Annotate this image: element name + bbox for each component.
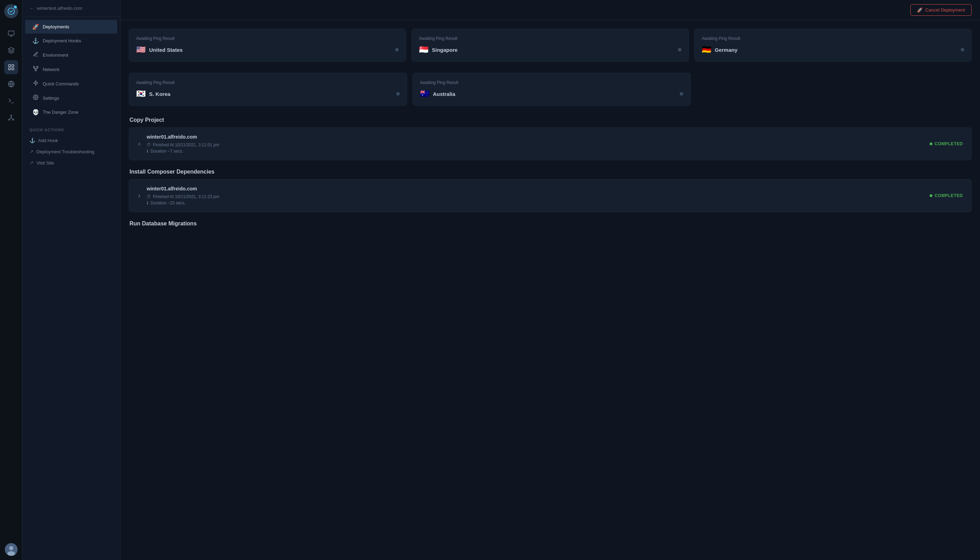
- quick-actions-label: QUICK ACTIONS: [22, 122, 120, 135]
- sidebar-item-label: The Danger Zone: [43, 110, 78, 115]
- sidebar-item-deployment-hooks[interactable]: ⚓ Deployment Hooks: [25, 34, 117, 48]
- visit-site-icon: ↗: [29, 160, 33, 165]
- sidebar-item-label: Quick Commands: [43, 81, 79, 87]
- duration-icon2: ℹ: [147, 200, 148, 205]
- ping-status-kr: [396, 92, 400, 95]
- country-name-us: 🇺🇸 United States: [136, 45, 183, 54]
- install-composer-card: ∧ winter01.alfreido.com ⏱ Finished At 10…: [129, 179, 972, 212]
- finished-text2: Finished At 10/11/2021, 3:11:23 pm: [153, 194, 219, 199]
- logo[interactable]: [4, 4, 18, 18]
- install-composer-meta: ⏱ Finished At 10/11/2021, 3:11:23 pm ℹ D…: [147, 194, 930, 205]
- cancel-label: Cancel Deployment: [925, 7, 965, 13]
- install-composer-details: winter01.alfreido.com ⏱ Finished At 10/1…: [147, 186, 930, 205]
- install-composer-finished: ⏱ Finished At 10/11/2021, 3:11:23 pm: [147, 194, 930, 199]
- ping-label-au: Awaiting Ping Result: [420, 80, 683, 85]
- install-composer-chevron[interactable]: ∧: [138, 193, 141, 198]
- site-header: ← wintertest.alfreido.com: [22, 0, 120, 17]
- sidebar-item-quick-commands[interactable]: Quick Commands: [25, 77, 117, 91]
- network-icon: [32, 66, 39, 73]
- sidebar-icon-monitor[interactable]: [4, 27, 18, 41]
- sidebar-item-settings[interactable]: Settings: [25, 91, 117, 105]
- sidebar-item-environment[interactable]: Environment: [25, 48, 117, 62]
- svg-rect-15: [37, 66, 38, 68]
- ping-status-us: [395, 48, 398, 52]
- svg-point-18: [35, 97, 37, 98]
- sidebar-icon-grid[interactable]: [4, 60, 18, 74]
- finished-icon2: ⏱: [147, 194, 151, 199]
- ping-label-us: Awaiting Ping Result: [136, 36, 398, 41]
- copy-project-row: ∧ winter01.alfreido.com ⏱ Finished At 10…: [129, 128, 971, 160]
- sidebar-item-label: Environment: [43, 52, 68, 58]
- country-text-us: United States: [149, 47, 183, 53]
- svg-point-9: [8, 119, 10, 120]
- sidebar-item-deployments[interactable]: 🚀 Deployments: [25, 20, 117, 33]
- sidebar-item-danger-zone[interactable]: 💀 The Danger Zone: [25, 105, 117, 119]
- quick-action-add-hook[interactable]: ⚓ Add Hook: [22, 135, 120, 146]
- ping-card-us: Awaiting Ping Result 🇺🇸 United States: [129, 29, 406, 62]
- ping-card-au: Awaiting Ping Result 🇦🇺 Australia: [413, 73, 691, 106]
- copy-project-chevron[interactable]: ∧: [138, 141, 141, 147]
- sidebar-icon-globe[interactable]: [4, 77, 18, 91]
- environment-icon: [32, 52, 39, 58]
- country-name-au: 🇦🇺 Australia: [420, 89, 455, 98]
- install-composer-title: Install Composer Dependencies: [129, 169, 972, 175]
- ping-label-sg: Awaiting Ping Result: [419, 36, 682, 41]
- copy-project-status: COMPLETED: [930, 142, 963, 146]
- country-text-au: Australia: [433, 91, 455, 97]
- copy-project-title: Copy Project: [129, 117, 972, 123]
- sidebar-icon-network[interactable]: [4, 111, 18, 125]
- ping-grid-top: Awaiting Ping Result 🇺🇸 United States Aw…: [129, 29, 972, 62]
- sidebar-icon-layers[interactable]: [4, 43, 18, 57]
- sidebar-item-label: Settings: [43, 95, 59, 101]
- install-composer-row: ∧ winter01.alfreido.com ⏱ Finished At 10…: [129, 180, 971, 212]
- settings-icon: [32, 95, 39, 102]
- user-avatar[interactable]: [5, 543, 18, 556]
- flag-us: 🇺🇸: [136, 45, 146, 54]
- svg-rect-1: [8, 31, 14, 35]
- deployments-icon: 🚀: [32, 23, 39, 30]
- quick-action-troubleshooting[interactable]: ↗ Deployment Troubleshooting: [22, 146, 120, 157]
- ping-status-sg: [678, 48, 682, 52]
- country-name-de: 🇩🇪 Germany: [702, 45, 737, 54]
- copy-project-finished: ⏱ Finished At 10/11/2021, 3:11:01 pm: [147, 142, 930, 147]
- run-db-title: Run Database Migrations: [129, 220, 972, 227]
- svg-rect-3: [12, 65, 13, 67]
- install-composer-status-label: COMPLETED: [935, 193, 963, 198]
- copy-project-details: winter01.alfreido.com ⏱ Finished At 10/1…: [147, 134, 930, 153]
- country-name-sg: 🇸🇬 Singapore: [419, 45, 457, 54]
- scroll-area: Awaiting Ping Result 🇺🇸 United States Aw…: [120, 20, 980, 560]
- svg-rect-5: [12, 68, 13, 70]
- duration-text2: Duration ~23 secs.: [150, 200, 185, 205]
- sidebar-icon-terminal[interactable]: [4, 94, 18, 108]
- copy-project-meta: ⏱ Finished At 10/11/2021, 3:11:01 pm ℹ D…: [147, 142, 930, 153]
- troubleshooting-icon: ↗: [29, 149, 33, 154]
- quick-action-label: Visit Site: [37, 160, 54, 165]
- nav-section: 🚀 Deployments ⚓ Deployment Hooks Environ…: [22, 17, 120, 122]
- install-composer-status-dot: [930, 194, 932, 197]
- ping-card-de: Awaiting Ping Result 🇩🇪 Germany: [694, 29, 972, 62]
- ping-country-sg: 🇸🇬 Singapore: [419, 45, 682, 54]
- quick-action-visit-site[interactable]: ↗ Visit Site: [22, 157, 120, 168]
- country-name-kr: 🇰🇷 S. Korea: [136, 89, 170, 98]
- icon-sidebar: [0, 0, 22, 560]
- add-hook-icon: ⚓: [29, 138, 35, 143]
- copy-project-status-dot: [930, 142, 932, 145]
- cancel-deployment-button[interactable]: 🚀 Cancel Deployment: [910, 4, 972, 16]
- ping-status-au: [680, 92, 683, 95]
- quick-action-label: Deployment Troubleshooting: [37, 149, 95, 154]
- duration-icon: ℹ: [147, 149, 148, 153]
- left-sidebar: ← wintertest.alfreido.com 🚀 Deployments …: [22, 0, 120, 560]
- duration-text: Duration ~7 secs.: [150, 149, 183, 153]
- finished-icon: ⏱: [147, 142, 151, 147]
- svg-point-0: [8, 8, 14, 14]
- flag-sg: 🇸🇬: [419, 45, 428, 54]
- flag-kr: 🇰🇷: [136, 89, 146, 98]
- sidebar-item-network[interactable]: Network: [25, 62, 117, 76]
- copy-project-status-label: COMPLETED: [935, 142, 963, 146]
- svg-marker-17: [33, 80, 38, 85]
- svg-point-10: [13, 119, 13, 120]
- site-name: wintertest.alfreido.com: [37, 6, 82, 11]
- site-back-arrow[interactable]: ←: [29, 6, 34, 11]
- ping-country-us: 🇺🇸 United States: [136, 45, 398, 54]
- sidebar-item-label: Network: [43, 67, 60, 72]
